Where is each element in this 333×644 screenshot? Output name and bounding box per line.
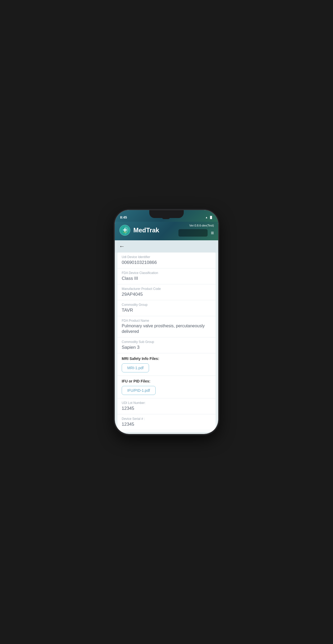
signal-icon: ▲ xyxy=(205,216,208,219)
field-udi-device-identifier: Udi Device Identifier 00690103210866 xyxy=(117,253,216,268)
status-time: 8:45 xyxy=(120,215,127,219)
battery-icon: ▐▌ xyxy=(209,216,213,219)
field-udi-lot: UDI Lot Number: 12345 xyxy=(117,398,216,414)
commodity-sub-value: Sapien 3 xyxy=(122,345,211,350)
commodity-sub-label: Commodity Sub Group xyxy=(122,340,211,344)
field-fda-product-name: FDA Product Name Pulmonary valve prosthe… xyxy=(117,316,216,337)
ifu-section: IFU or PID Files: IFU/PID-1.pdf xyxy=(117,376,216,398)
mri-safety-section: MRI Safety Info Files: MRI-1.pdf xyxy=(117,353,216,376)
app-version: Ver:0.8.6-dev(Test) xyxy=(189,224,214,227)
hamburger-icon[interactable]: ≡ xyxy=(211,230,214,236)
udi-label: Udi Device Identifier xyxy=(122,255,211,259)
home-indicator xyxy=(151,431,182,432)
device-serial-value: 12345 xyxy=(122,421,211,427)
mri-file-button[interactable]: MRI-1.pdf xyxy=(122,363,149,372)
field-commodity-sub-group: Commodity Sub Group Sapien 3 xyxy=(117,337,216,353)
app-logo-icon xyxy=(119,224,131,236)
fda-name-label: FDA Product Name xyxy=(122,319,211,323)
phone-shell: 8:45 ▲ ▐▌ MedTrak xyxy=(115,210,218,434)
device-serial-label: Device Serial # : xyxy=(122,417,211,421)
fda-class-value: Class III xyxy=(122,276,211,281)
field-device-serial: Device Serial # : 12345 xyxy=(117,414,216,430)
udi-lot-value: 12345 xyxy=(122,406,211,411)
udi-lot-label: UDI Lot Number: xyxy=(122,401,211,405)
back-button[interactable]: ← xyxy=(119,243,125,250)
fda-class-label: FDA Device Classification xyxy=(122,271,211,275)
content-area: Udi Device Identifier 00690103210866 FDA… xyxy=(117,253,216,432)
udi-value: 00690103210866 xyxy=(122,260,211,266)
commodity-group-value: TAVR xyxy=(122,307,211,313)
ifu-section-label: IFU or PID Files: xyxy=(122,379,211,383)
ifu-file-button[interactable]: IFU/PID-1.pdf xyxy=(122,386,156,395)
field-commodity-group: Commodity Group TAVR xyxy=(117,300,216,316)
commodity-group-label: Commodity Group xyxy=(122,303,211,307)
field-manufacturer-code: Manufacturer Product Code 29AP4045 xyxy=(117,284,216,300)
search-bar[interactable] xyxy=(178,229,208,237)
field-fda-classification: FDA Device Classification Class III xyxy=(117,268,216,284)
screen: 8:45 ▲ ▐▌ MedTrak xyxy=(115,210,218,434)
nav-bar: ← xyxy=(115,240,218,253)
mri-section-label: MRI Safety Info Files: xyxy=(122,356,211,361)
app-title: MedTrak xyxy=(133,227,159,234)
mfr-code-label: Manufacturer Product Code xyxy=(122,287,211,291)
mfr-code-value: 29AP4045 xyxy=(122,291,211,297)
app-header: MedTrak Ver:0.8.6-dev(Test) ≡ xyxy=(115,222,218,240)
fda-name-value: Pulmonary valve prosthesis, percutaneous… xyxy=(122,323,211,334)
